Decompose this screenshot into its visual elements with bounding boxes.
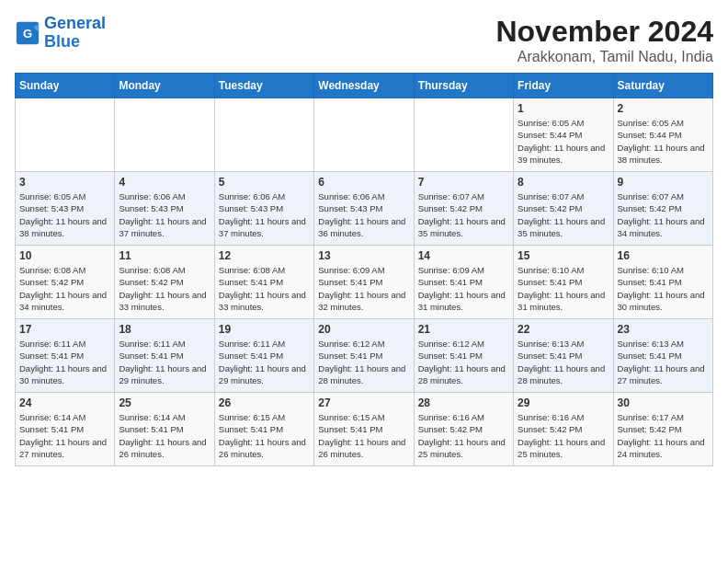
day-info: Sunrise: 6:16 AM Sunset: 5:42 PM Dayligh… <box>518 411 609 460</box>
calendar-cell: 30Sunrise: 6:17 AM Sunset: 5:42 PM Dayli… <box>613 393 712 466</box>
calendar-cell: 22Sunrise: 6:13 AM Sunset: 5:41 PM Dayli… <box>514 319 613 393</box>
svg-text:G: G <box>23 26 32 40</box>
day-number: 7 <box>418 176 509 189</box>
calendar-cell <box>414 98 513 172</box>
day-number: 23 <box>618 323 709 336</box>
day-number: 16 <box>618 249 709 262</box>
calendar-cell: 27Sunrise: 6:15 AM Sunset: 5:41 PM Dayli… <box>314 393 414 466</box>
day-number: 26 <box>219 396 310 409</box>
logo-line1: General <box>44 14 106 32</box>
calendar-cell: 16Sunrise: 6:10 AM Sunset: 5:41 PM Dayli… <box>613 246 712 319</box>
calendar-cell: 20Sunrise: 6:12 AM Sunset: 5:41 PM Dayli… <box>314 319 414 393</box>
calendar-cell: 24Sunrise: 6:14 AM Sunset: 5:41 PM Dayli… <box>16 393 115 466</box>
day-number: 18 <box>119 323 210 336</box>
day-number: 1 <box>518 102 609 115</box>
logo-text: General Blue <box>44 15 106 52</box>
day-info: Sunrise: 6:07 AM Sunset: 5:42 PM Dayligh… <box>618 190 709 239</box>
calendar-week-row: 3Sunrise: 6:05 AM Sunset: 5:43 PM Daylig… <box>16 172 713 246</box>
calendar-cell: 11Sunrise: 6:08 AM Sunset: 5:42 PM Dayli… <box>115 246 214 319</box>
calendar-cell: 3Sunrise: 6:05 AM Sunset: 5:43 PM Daylig… <box>16 172 115 246</box>
day-number: 19 <box>219 323 310 336</box>
calendar-cell: 21Sunrise: 6:12 AM Sunset: 5:41 PM Dayli… <box>414 319 513 393</box>
location-title: Arakkonam, Tamil Nadu, India <box>495 49 713 65</box>
day-info: Sunrise: 6:07 AM Sunset: 5:42 PM Dayligh… <box>418 190 509 239</box>
day-info: Sunrise: 6:06 AM Sunset: 5:43 PM Dayligh… <box>119 190 210 239</box>
calendar-cell: 25Sunrise: 6:14 AM Sunset: 5:41 PM Dayli… <box>115 393 214 466</box>
weekday-header: Thursday <box>414 74 513 98</box>
day-info: Sunrise: 6:14 AM Sunset: 5:41 PM Dayligh… <box>19 411 110 460</box>
day-number: 29 <box>518 396 609 409</box>
day-info: Sunrise: 6:05 AM Sunset: 5:44 PM Dayligh… <box>518 117 609 166</box>
calendar-cell: 28Sunrise: 6:16 AM Sunset: 5:42 PM Dayli… <box>414 393 513 466</box>
calendar-cell: 29Sunrise: 6:16 AM Sunset: 5:42 PM Dayli… <box>514 393 613 466</box>
weekday-header: Saturday <box>613 74 712 98</box>
day-number: 25 <box>119 396 210 409</box>
logo: G General Blue <box>15 15 106 52</box>
logo-icon: G <box>15 20 40 46</box>
day-info: Sunrise: 6:12 AM Sunset: 5:41 PM Dayligh… <box>418 338 509 386</box>
weekday-header: Tuesday <box>214 74 313 98</box>
day-info: Sunrise: 6:14 AM Sunset: 5:41 PM Dayligh… <box>119 411 210 460</box>
calendar-cell: 19Sunrise: 6:11 AM Sunset: 5:41 PM Dayli… <box>214 319 313 393</box>
calendar-cell: 2Sunrise: 6:05 AM Sunset: 5:44 PM Daylig… <box>613 98 712 172</box>
day-number: 11 <box>119 249 210 262</box>
calendar-week-row: 1Sunrise: 6:05 AM Sunset: 5:44 PM Daylig… <box>16 98 713 172</box>
weekday-header: Wednesday <box>314 74 414 98</box>
day-number: 13 <box>318 249 409 262</box>
day-info: Sunrise: 6:10 AM Sunset: 5:41 PM Dayligh… <box>518 264 609 313</box>
logo-line2: Blue <box>44 32 80 51</box>
day-number: 20 <box>318 323 409 336</box>
day-info: Sunrise: 6:05 AM Sunset: 5:43 PM Dayligh… <box>19 190 110 239</box>
calendar-cell: 12Sunrise: 6:08 AM Sunset: 5:41 PM Dayli… <box>214 246 313 319</box>
calendar-cell: 6Sunrise: 6:06 AM Sunset: 5:43 PM Daylig… <box>314 172 414 246</box>
weekday-header-row: SundayMondayTuesdayWednesdayThursdayFrid… <box>16 74 713 98</box>
calendar-cell: 14Sunrise: 6:09 AM Sunset: 5:41 PM Dayli… <box>414 246 513 319</box>
day-number: 10 <box>19 249 110 262</box>
day-info: Sunrise: 6:13 AM Sunset: 5:41 PM Dayligh… <box>518 338 609 386</box>
calendar-cell <box>214 98 313 172</box>
day-info: Sunrise: 6:08 AM Sunset: 5:42 PM Dayligh… <box>19 264 110 313</box>
day-info: Sunrise: 6:11 AM Sunset: 5:41 PM Dayligh… <box>219 338 310 386</box>
day-number: 27 <box>318 396 409 409</box>
title-section: November 2024 Arakkonam, Tamil Nadu, Ind… <box>495 15 713 65</box>
day-number: 24 <box>19 396 110 409</box>
weekday-header: Monday <box>115 74 214 98</box>
day-info: Sunrise: 6:05 AM Sunset: 5:44 PM Dayligh… <box>618 117 709 166</box>
day-number: 6 <box>318 176 409 189</box>
weekday-header: Friday <box>514 74 613 98</box>
day-number: 14 <box>418 249 509 262</box>
day-number: 15 <box>518 249 609 262</box>
calendar-cell <box>115 98 214 172</box>
calendar-cell: 8Sunrise: 6:07 AM Sunset: 5:42 PM Daylig… <box>514 172 613 246</box>
day-info: Sunrise: 6:08 AM Sunset: 5:42 PM Dayligh… <box>119 264 210 313</box>
day-info: Sunrise: 6:15 AM Sunset: 5:41 PM Dayligh… <box>318 411 409 460</box>
day-info: Sunrise: 6:09 AM Sunset: 5:41 PM Dayligh… <box>318 264 409 313</box>
day-number: 2 <box>618 102 709 115</box>
day-info: Sunrise: 6:06 AM Sunset: 5:43 PM Dayligh… <box>318 190 409 239</box>
day-info: Sunrise: 6:12 AM Sunset: 5:41 PM Dayligh… <box>318 338 409 386</box>
calendar-cell: 18Sunrise: 6:11 AM Sunset: 5:41 PM Dayli… <box>115 319 214 393</box>
day-info: Sunrise: 6:16 AM Sunset: 5:42 PM Dayligh… <box>418 411 509 460</box>
day-info: Sunrise: 6:13 AM Sunset: 5:41 PM Dayligh… <box>618 338 709 386</box>
calendar-cell: 1Sunrise: 6:05 AM Sunset: 5:44 PM Daylig… <box>514 98 613 172</box>
calendar-table: SundayMondayTuesdayWednesdayThursdayFrid… <box>15 73 713 466</box>
day-number: 21 <box>418 323 509 336</box>
calendar-cell: 7Sunrise: 6:07 AM Sunset: 5:42 PM Daylig… <box>414 172 513 246</box>
day-number: 28 <box>418 396 509 409</box>
day-info: Sunrise: 6:11 AM Sunset: 5:41 PM Dayligh… <box>19 338 110 386</box>
day-number: 30 <box>618 396 709 409</box>
calendar-cell: 15Sunrise: 6:10 AM Sunset: 5:41 PM Dayli… <box>514 246 613 319</box>
calendar-cell: 17Sunrise: 6:11 AM Sunset: 5:41 PM Dayli… <box>16 319 115 393</box>
calendar-week-row: 10Sunrise: 6:08 AM Sunset: 5:42 PM Dayli… <box>16 246 713 319</box>
day-info: Sunrise: 6:08 AM Sunset: 5:41 PM Dayligh… <box>219 264 310 313</box>
day-number: 8 <box>518 176 609 189</box>
calendar-cell <box>314 98 414 172</box>
day-info: Sunrise: 6:09 AM Sunset: 5:41 PM Dayligh… <box>418 264 509 313</box>
day-info: Sunrise: 6:17 AM Sunset: 5:42 PM Dayligh… <box>618 411 709 460</box>
calendar-week-row: 24Sunrise: 6:14 AM Sunset: 5:41 PM Dayli… <box>16 393 713 466</box>
calendar-cell: 26Sunrise: 6:15 AM Sunset: 5:41 PM Dayli… <box>214 393 313 466</box>
day-number: 17 <box>19 323 110 336</box>
calendar-cell <box>16 98 115 172</box>
calendar-cell: 4Sunrise: 6:06 AM Sunset: 5:43 PM Daylig… <box>115 172 214 246</box>
day-number: 4 <box>119 176 210 189</box>
